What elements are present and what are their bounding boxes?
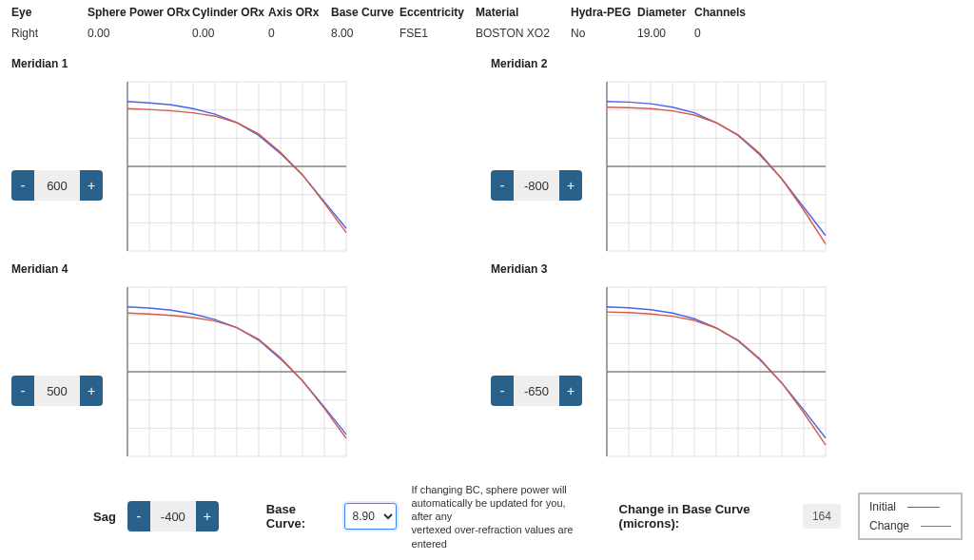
param-table: Eye Right Sphere Power ORx 0.00 Cylinder… [11,6,963,40]
meridian-1-stepper: - 600 + [11,170,103,201]
meridian-3-chart [601,281,829,462]
hdr-cylinder: Cylinder ORx [192,6,261,27]
hdr-diameter: Diameter [637,6,687,27]
meridian-1-chart [122,76,350,257]
hdr-hydra: Hydra-PEG [571,6,630,27]
meridian-3-stepper: - -650 + [491,376,582,406]
legend-change-line-icon [921,526,951,527]
legend-initial-line-icon [907,507,940,508]
meridian-3-value[interactable]: -650 [514,376,559,406]
sag-decrement-button[interactable]: - [127,501,150,531]
meridian-2-title: Meridian 2 [491,57,963,70]
meridian-3-title: Meridian 3 [491,262,963,276]
meridian-2-increment-button[interactable]: + [559,170,582,201]
meridian-4-chart [122,281,350,462]
hdr-material: Material [476,6,563,27]
base-curve-note: If changing BC, sphere power will automa… [412,483,585,550]
meridian-1-decrement-button[interactable]: - [11,170,34,201]
meridian-1: Meridian 1 - 600 + [11,57,483,257]
meridian-2-chart [601,76,829,257]
bottom-bar: Sag - -400 + Base Curve: 8.90 If changin… [0,483,974,550]
meridian-3: Meridian 3 - -650 + [491,262,963,462]
meridian-1-increment-button[interactable]: + [80,170,103,201]
hdr-eye: Eye [11,6,80,27]
val-cylinder: 0.00 [192,27,261,40]
val-material: BOSTON XO2 [476,27,563,40]
val-sphere: 0.00 [88,27,185,40]
sag-stepper: - -400 + [127,501,219,531]
meridian-2-decrement-button[interactable]: - [491,170,514,201]
meridian-4-title: Meridian 4 [11,262,483,276]
base-curve-label: Base Curve: [266,502,329,531]
meridian-2-stepper: - -800 + [491,170,582,201]
val-diameter: 19.00 [637,27,687,40]
val-channels: 0 [694,27,744,40]
bc-change-value: 164 [803,504,841,529]
hdr-axis: Axis ORx [268,6,323,27]
hdr-channels: Channels [694,6,744,27]
base-curve-select[interactable]: 8.90 [344,503,397,530]
meridian-2-value[interactable]: -800 [514,170,559,201]
meridian-4: Meridian 4 - 500 + [11,262,483,462]
meridian-4-decrement-button[interactable]: - [11,376,34,406]
legend: Initial Change [858,492,963,540]
val-axis: 0 [268,27,323,40]
hdr-eccentricity: Eccentricity [399,6,468,27]
hdr-basecurve: Base Curve [331,6,392,27]
meridian-4-stepper: - 500 + [11,376,103,406]
legend-change-label: Change [869,519,909,532]
meridian-1-title: Meridian 1 [11,57,483,70]
meridian-1-value[interactable]: 600 [34,170,80,201]
val-eye: Right [11,27,80,40]
val-hydra: No [571,27,630,40]
val-basecurve: 8.00 [331,27,392,40]
hdr-sphere: Sphere Power ORx [88,6,185,27]
bc-change-label: Change in Base Curve (microns): [619,502,789,531]
sag-value[interactable]: -400 [150,501,196,531]
sag-increment-button[interactable]: + [196,501,219,531]
val-eccentricity: FSE1 [399,27,468,40]
meridian-4-value[interactable]: 500 [34,376,80,406]
sag-label: Sag [93,510,116,524]
meridian-3-decrement-button[interactable]: - [491,376,514,406]
meridian-4-increment-button[interactable]: + [80,376,103,406]
meridian-2: Meridian 2 - -800 + [491,57,963,257]
meridian-3-increment-button[interactable]: + [559,376,582,406]
legend-initial-label: Initial [869,500,896,513]
